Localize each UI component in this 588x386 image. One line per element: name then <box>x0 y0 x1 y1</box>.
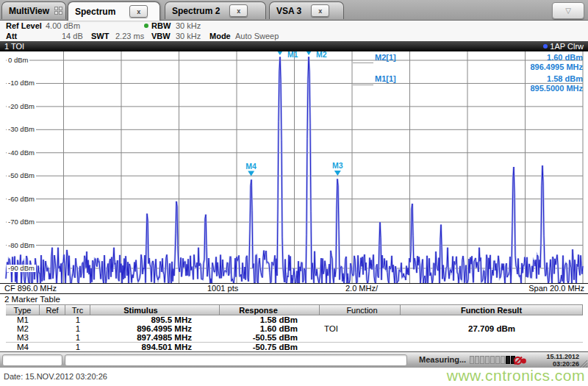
tab-spectrum[interactable]: Spectrum x <box>68 1 160 21</box>
screenshot-date-text: Date: 15.NOV.2012 03:20:26 <box>4 372 107 381</box>
tab-multiview-label: MultiView <box>9 6 49 16</box>
marker-table-cell: M3 <box>6 333 40 342</box>
marker-table-cell <box>401 343 583 351</box>
marker-table-cell: 1 <box>65 315 90 324</box>
sweep-progress-bar <box>470 356 515 364</box>
marker-m1-name[interactable]: M1[1] <box>375 74 396 84</box>
swt-value[interactable]: 2.23 ms <box>115 32 144 41</box>
center-frequency-readout[interactable]: CF 896.0 MHz <box>4 284 57 293</box>
tab-multiview[interactable]: MultiView <box>1 1 66 19</box>
marker-table-cell: 1.58 dBm <box>220 315 320 324</box>
tab-spectrum-2[interactable]: Spectrum 2 x <box>165 1 266 19</box>
ref-level-label: Ref Level <box>6 21 42 31</box>
marker-table-cell <box>40 333 65 342</box>
marker-table-cell[interactable]: 896.4995 MHz <box>90 324 220 333</box>
spectrum-plot-area[interactable]: M4M1M2M3 M2[1] 1.60 dBm 896.4995 MHz M1[… <box>0 51 588 283</box>
marker-table-cell: M1 <box>6 315 40 324</box>
status-bar: Measuring... 15.11.2012 03:20:26 <box>0 351 588 368</box>
marker-readout-box: M2[1] 1.60 dBm 896.4995 MHz M1[1] 1.58 d… <box>353 53 583 99</box>
measuring-status-text: Measuring... <box>419 355 466 364</box>
marker-m3-label: M3 <box>332 161 343 170</box>
marker-table-cell <box>320 343 401 351</box>
marker-table-cell[interactable]: 894.501 MHz <box>90 343 220 351</box>
marker-table-cell[interactable]: 897.4985 MHz <box>90 333 220 342</box>
progress-segment <box>475 356 479 364</box>
marker-table-row-m1[interactable]: M11895.5 MHz1.58 dBm <box>6 315 583 324</box>
mode-value[interactable]: Auto Sweep <box>235 32 279 41</box>
trace-mode-label: 1AP Clrw <box>550 41 584 51</box>
marker-table-cell <box>320 315 401 324</box>
marker-table-cell <box>320 333 401 342</box>
marker-table-cell <box>401 315 583 324</box>
marker-m2-name[interactable]: M2[1] <box>375 53 396 62</box>
marker-table-title: 2 Marker Table <box>0 294 588 304</box>
progress-segment <box>490 356 495 364</box>
marker-table-cell: -50.55 dBm <box>220 333 320 342</box>
marker-m2-icon[interactable] <box>306 51 312 55</box>
rbw-status-led-icon <box>144 24 148 28</box>
status-message-field[interactable] <box>65 354 407 366</box>
status-field-left[interactable] <box>2 354 62 366</box>
marker-table-cell: 1 <box>65 333 90 342</box>
settings-header: Ref Level 4.00 dBm Att 14 dB SWT 2.23 ms… <box>0 21 588 41</box>
span-readout[interactable]: Span 20.0 MHz <box>528 284 584 293</box>
rbw-value[interactable]: 30 kHz <box>176 21 201 31</box>
att-label: Att <box>6 32 17 41</box>
marker-m1-leader-line <box>353 85 373 85</box>
progress-segment <box>495 356 500 364</box>
trace-indicator[interactable]: 1AP Clrw <box>543 41 584 51</box>
marker-m4-label: M4 <box>245 162 257 171</box>
marker-m1-icon[interactable] <box>276 51 283 55</box>
window-title: 1 TOI <box>4 41 24 51</box>
marker-table-column-function-result: Function Result <box>401 305 583 315</box>
tab-vsa-3-label: VSA 3 <box>276 6 301 16</box>
marker-m3-icon[interactable] <box>334 171 341 176</box>
chevron-down-icon: ▽ <box>565 7 571 15</box>
frequency-axis-bar: CF 896.0 MHz 1001 pts 2.0 MHz/ Span 20.0… <box>0 283 588 294</box>
tab-vsa-3-close-icon[interactable]: x <box>311 4 329 17</box>
marker-table-row-m2[interactable]: M21896.4995 MHz1.60 dBmTOI27.709 dBm <box>6 324 583 333</box>
marker-table-body: M11895.5 MHz1.58 dBmM21896.4995 MHz1.60 … <box>6 315 583 351</box>
marker-table-cell <box>40 343 65 351</box>
progress-segment <box>470 356 474 364</box>
rbw-label: RBW <box>151 21 171 31</box>
marker-table-cell: -50.75 dBm <box>220 343 320 351</box>
progress-segment <box>485 356 490 364</box>
trace-dot-icon <box>543 44 548 49</box>
swt-label: SWT <box>91 32 109 41</box>
marker-m2-level: 1.60 dBm <box>547 53 583 62</box>
tab-spectrum-2-close-icon[interactable]: x <box>229 4 248 17</box>
marker-table-cell <box>401 333 583 342</box>
vbw-value[interactable]: 30 kHz <box>176 32 201 41</box>
marker-table-row-m3[interactable]: M31897.4985 MHz-50.55 dBm <box>6 333 583 342</box>
progress-segment <box>506 356 510 364</box>
tab-vsa-3[interactable]: VSA 3 x <box>269 1 344 19</box>
marker-table-cell: 1 <box>65 324 90 333</box>
tab-spectrum-close-icon[interactable]: x <box>129 5 148 18</box>
marker-m4-icon[interactable] <box>248 171 254 176</box>
tab-overflow-dropdown-button[interactable]: ▽ <box>552 2 584 19</box>
att-value[interactable]: 14 dB <box>62 32 83 41</box>
y-axis-label: -40 dBm <box>7 149 36 157</box>
tab-spectrum-label: Spectrum <box>75 7 115 17</box>
watermark-text: www.cntronics.com <box>447 367 585 385</box>
y-axis-label: 0 dBm <box>7 57 29 64</box>
marker-m2-frequency: 896.4995 MHz <box>530 62 583 72</box>
marker-m2-label: M2 <box>316 51 327 59</box>
y-axis-label: -80 dBm <box>7 242 36 249</box>
status-date: 15.11.2012 <box>546 353 579 360</box>
marker-table-cell: 27.709 dBm <box>401 324 583 333</box>
marker-table-cell[interactable]: 895.5 MHz <box>90 315 220 324</box>
spectrum-analyzer-screen: MultiView Spectrum x Spectrum 2 x VSA 3 … <box>0 0 588 386</box>
y-axis-label: -10 dBm <box>7 79 36 87</box>
y-axis-label: -90 dBm <box>7 265 36 272</box>
vbw-label: VBW <box>151 32 171 41</box>
y-axis-label: -50 dBm <box>7 172 36 179</box>
marker-table-row-m4[interactable]: M41894.501 MHz-50.75 dBm <box>6 342 583 351</box>
y-axis-label: -30 dBm <box>7 126 36 133</box>
y-axis-label: -20 dBm <box>7 103 36 110</box>
ref-level-value[interactable]: 4.00 dBm <box>46 21 80 31</box>
marker-m1-label: M1 <box>287 51 298 59</box>
marker-table-cell: 1.60 dBm <box>220 324 320 333</box>
marker-table-cell <box>40 315 65 324</box>
